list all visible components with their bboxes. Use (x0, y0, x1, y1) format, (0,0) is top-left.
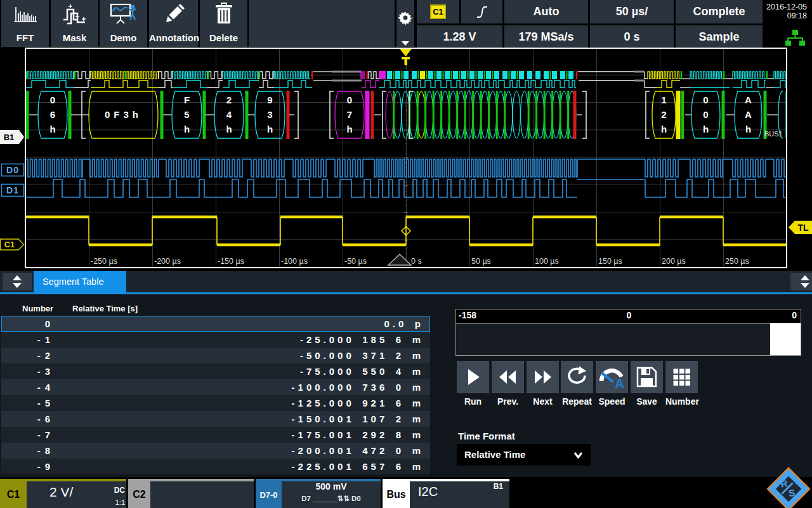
svg-text:-100 µs: -100 µs (281, 257, 308, 266)
svg-text:5: 5 (184, 109, 189, 120)
svg-text:-200 µs: -200 µs (154, 257, 181, 266)
svg-text:h: h (661, 124, 667, 134)
svg-text:h: h (184, 124, 190, 134)
svg-text:h: h (745, 124, 751, 134)
svg-text:h: h (346, 124, 352, 134)
svg-text:3: 3 (267, 109, 272, 120)
svg-text:C1: C1 (4, 240, 15, 249)
svg-text:9: 9 (267, 94, 272, 105)
svg-text:TL: TL (797, 223, 809, 233)
svg-text:2: 2 (661, 109, 666, 120)
svg-text:h: h (226, 124, 232, 134)
svg-text:A: A (615, 376, 624, 391)
svg-text:2: 2 (226, 94, 232, 105)
svg-text:h: h (267, 124, 273, 134)
svg-text:150 µs: 150 µs (598, 257, 622, 266)
svg-text:7: 7 (347, 109, 352, 120)
svg-text:200 µs: 200 µs (662, 257, 686, 266)
svg-text:F: F (184, 94, 190, 105)
svg-text:4: 4 (226, 109, 232, 120)
svg-text:250 µs: 250 µs (725, 257, 749, 266)
svg-text:0 s: 0 s (411, 257, 422, 266)
svg-text:100 µs: 100 µs (535, 257, 559, 266)
svg-text:-50 µs: -50 µs (344, 257, 367, 266)
svg-text:D1: D1 (6, 185, 19, 195)
svg-text:0F3h: 0F3h (105, 109, 142, 120)
svg-text:1: 1 (661, 94, 666, 105)
svg-text:BUS1: BUS1 (764, 130, 783, 138)
svg-text:A: A (745, 109, 752, 120)
svg-text:-250 µs: -250 µs (91, 257, 117, 266)
svg-text:6: 6 (50, 109, 55, 120)
svg-text:50 µs: 50 µs (471, 257, 491, 266)
svg-text:h: h (703, 124, 709, 134)
svg-text:0: 0 (50, 94, 55, 105)
svg-text:-150 µs: -150 µs (218, 257, 244, 266)
svg-text:A: A (745, 94, 752, 105)
svg-text:B1: B1 (4, 133, 15, 142)
svg-text:0: 0 (703, 109, 708, 120)
svg-text:h: h (49, 124, 55, 134)
svg-text:D0: D0 (6, 165, 19, 175)
svg-text:0: 0 (703, 94, 708, 105)
svg-text:0: 0 (347, 94, 352, 105)
